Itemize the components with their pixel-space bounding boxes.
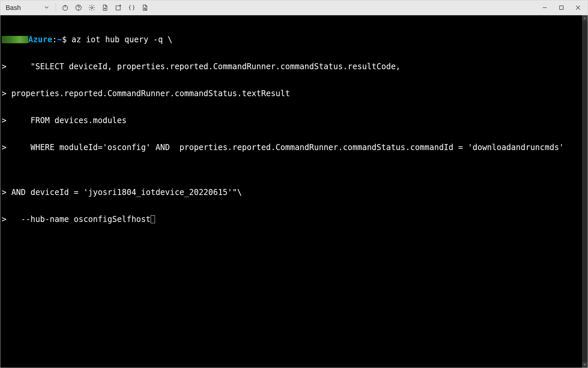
help-icon <box>75 4 82 11</box>
restart-button[interactable] <box>59 2 71 14</box>
prompt-sep: : <box>52 35 57 44</box>
shell-selector-label: Bash <box>6 4 21 12</box>
power-icon <box>62 4 69 11</box>
svg-rect-5 <box>116 6 120 10</box>
file-download-icon <box>101 4 109 11</box>
scroll-up-arrow-icon[interactable]: ▲ <box>582 15 588 21</box>
close-button[interactable] <box>570 2 586 13</box>
settings-button[interactable] <box>86 2 98 14</box>
maximize-button[interactable] <box>554 2 569 13</box>
toolbar-separator <box>56 3 56 12</box>
terminal-area: Azure:~$ az iot hub query -q \ > "SELECT… <box>0 15 588 368</box>
vertical-scrollbar[interactable]: ▲ ▼ <box>582 15 588 368</box>
cloud-shell-window: Bash <box>0 0 588 368</box>
prompt-path: ~ <box>57 35 62 44</box>
terminal[interactable]: Azure:~$ az iot hub query -q \ > "SELECT… <box>0 15 582 368</box>
braces-icon <box>128 4 135 11</box>
file-preview-icon <box>141 4 149 11</box>
scroll-down-arrow-icon[interactable]: ▼ <box>582 362 588 368</box>
chevron-down-icon <box>44 5 49 11</box>
new-window-icon <box>115 4 122 11</box>
prompt-host: Azure <box>28 35 52 44</box>
command-text: > --hub-name osconfigSelfhost <box>2 215 151 224</box>
upload-download-button[interactable] <box>99 2 111 14</box>
terminal-line: > --hub-name osconfigSelfhost <box>2 215 581 224</box>
prompt-symbol: $ <box>62 35 67 44</box>
terminal-line: > FROM devices.modules <box>2 116 581 125</box>
terminal-line: > properties.reported.CommandRunner.comm… <box>2 89 581 98</box>
toolbar: Bash <box>0 0 588 15</box>
maximize-icon <box>559 5 564 10</box>
help-button[interactable] <box>73 2 84 14</box>
gear-icon <box>88 4 95 11</box>
redacted-username <box>2 36 28 43</box>
svg-point-3 <box>78 9 78 9</box>
terminal-line: > "SELECT deviceId, properties.reported.… <box>2 62 581 71</box>
editor-button[interactable] <box>126 2 138 14</box>
terminal-line: > AND deviceId = 'jyosri1804_iotdevice_2… <box>2 188 581 197</box>
svg-point-4 <box>91 7 93 9</box>
terminal-line: Azure:~$ az iot hub query -q \ <box>2 35 581 44</box>
svg-rect-8 <box>560 6 563 10</box>
svg-point-6 <box>144 8 146 9</box>
cursor <box>151 215 155 223</box>
minimize-icon <box>542 5 547 10</box>
command-text: az iot hub query -q \ <box>67 35 173 44</box>
close-icon <box>576 5 580 10</box>
new-session-button[interactable] <box>112 2 124 14</box>
shell-selector[interactable]: Bash <box>2 3 52 13</box>
terminal-line: > WHERE moduleId='osconfig' AND properti… <box>2 143 581 152</box>
web-preview-button[interactable] <box>139 2 151 14</box>
minimize-button[interactable] <box>537 2 552 13</box>
